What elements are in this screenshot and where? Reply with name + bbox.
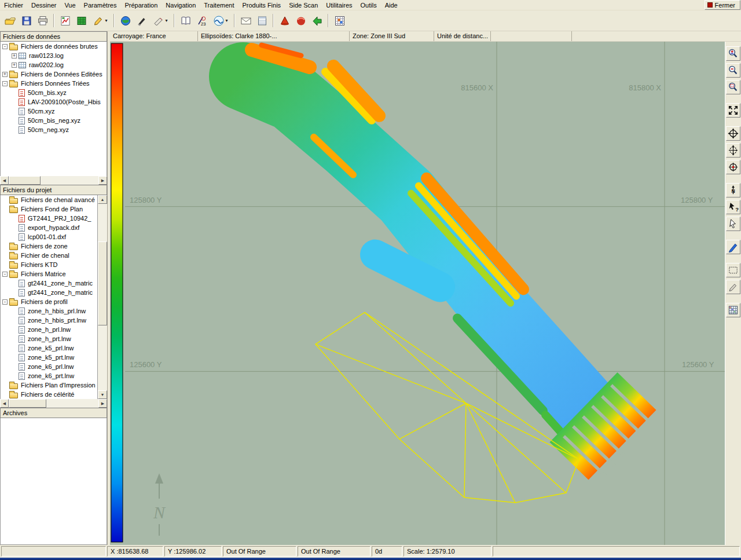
- archives-panel-header[interactable]: Archives: [0, 408, 107, 418]
- book-icon[interactable]: [178, 13, 193, 28]
- scroll-left-icon[interactable]: ◀: [0, 176, 9, 185]
- globe-icon[interactable]: [118, 13, 133, 28]
- chevron-down-icon[interactable]: ▾: [105, 18, 107, 23]
- cutter-icon[interactable]: ▾: [150, 13, 171, 28]
- pen-icon[interactable]: [726, 240, 740, 254]
- sphere-icon[interactable]: [293, 13, 309, 28]
- tree-item-gt2441-zone-h-matric[interactable]: gt2441_zone_h_matric: [1, 279, 97, 288]
- hscroll-track[interactable]: [41, 176, 98, 185]
- matrix-grid-icon[interactable]: [726, 303, 740, 317]
- tree-item-fichiers-fond-de-plan[interactable]: Fichiers Fond de Plan: [1, 204, 97, 214]
- tree-item-fichier-de-chenal[interactable]: Fichier de chenal: [1, 251, 97, 260]
- geodesy-icon[interactable]: 23: [194, 13, 210, 28]
- hscroll-track[interactable]: [46, 399, 98, 408]
- edit-pencil-icon[interactable]: ▾: [90, 13, 111, 28]
- menu-produits-finis[interactable]: Produits Finis: [238, 1, 285, 10]
- menu-side-scan[interactable]: Side Scan: [285, 1, 322, 10]
- north-icon[interactable]: N: [726, 183, 740, 197]
- brush-icon[interactable]: [134, 13, 149, 28]
- map-area[interactable]: N 815600 X 815800 X 125800 Y 125800 Y 12…: [110, 42, 725, 545]
- wave-icon[interactable]: ▾: [210, 13, 231, 28]
- zoom-out-icon[interactable]: [726, 63, 740, 78]
- map-viewport[interactable]: N 815600 X 815800 X 125800 Y 125800 Y 12…: [110, 42, 725, 545]
- menu-vue[interactable]: Vue: [60, 1, 79, 10]
- tree-item-fichiers-ktd[interactable]: Fichiers KTD: [1, 260, 97, 269]
- tree-expander-icon[interactable]: -: [2, 44, 8, 49]
- menu-utilitaires[interactable]: Utilitaires: [322, 1, 356, 10]
- menu-outils[interactable]: Outils: [357, 1, 381, 10]
- tree-item-zone-h-hbis-prl-lnw[interactable]: zone_h_hbis_prl.lnw: [1, 306, 97, 316]
- hscroll-thumb[interactable]: [9, 399, 46, 408]
- zoom-window-icon[interactable]: [726, 80, 740, 94]
- tree-item-lav-2009100-poste-hbis[interactable]: LAV-2009100(Poste_Hbis: [1, 97, 107, 107]
- select-region-icon[interactable]: [726, 263, 740, 277]
- tree-item-fichiers-de-chenal-avanc-[interactable]: Fichiers de chenal avancé: [1, 195, 97, 204]
- tree-item-fichiers-de-zone[interactable]: Fichiers de zone: [1, 241, 97, 251]
- tree-item-zone-h-prt-lnw[interactable]: zone_h_prt.lnw: [1, 334, 97, 343]
- menu-aide[interactable]: Aide: [381, 1, 402, 10]
- project-files-hscrollbar[interactable]: ◀ ▶: [0, 399, 107, 408]
- tree-item-zone-h-hbis-prt-lnw[interactable]: zone_h_hbis_prt.lnw: [1, 316, 97, 325]
- chevron-down-icon[interactable]: ▾: [165, 18, 167, 23]
- pan-alt-icon[interactable]: [726, 143, 740, 158]
- vscroll-thumb[interactable]: [98, 241, 107, 325]
- tree-item-zone-h-prl-lnw[interactable]: zone_h_prl.lnw: [1, 325, 97, 334]
- chevron-down-icon[interactable]: ▾: [225, 18, 228, 23]
- tree-item-50cm-bis-xyz[interactable]: 50cm_bis.xyz: [1, 88, 107, 97]
- tree-item-fichiers-de-donn-es-brutes[interactable]: -Fichiers de données brutes: [1, 42, 107, 51]
- survey-chart-icon[interactable]: [57, 13, 73, 28]
- envelope-icon[interactable]: [238, 13, 254, 28]
- report-table-icon[interactable]: [254, 13, 270, 28]
- tree-item-gt2441-zone-h-matric[interactable]: gt2441_zone_h_matric: [1, 288, 97, 297]
- open-folder-icon[interactable]: [2, 13, 18, 28]
- project-files-vscrollbar[interactable]: ▲ ▼: [98, 195, 107, 399]
- menu-pr-paration[interactable]: Préparation: [120, 1, 162, 10]
- zoom-plusminus-icon[interactable]: [726, 46, 740, 61]
- tree-item-gt2441-prj-10942-[interactable]: GT2441_PRJ_10942_: [1, 214, 97, 223]
- query-pointer-icon[interactable]: ?: [726, 200, 740, 214]
- close-button[interactable]: Fermer: [705, 0, 740, 10]
- tree-item-raw0202-log[interactable]: +raw0202.log: [1, 60, 107, 69]
- menu-traitement[interactable]: Traitement: [200, 1, 238, 10]
- scroll-left-icon[interactable]: ◀: [0, 399, 9, 408]
- hscroll-thumb[interactable]: [9, 176, 41, 185]
- tree-item-zone-k6-prl-lnw[interactable]: zone_k6_prl.lnw: [1, 362, 97, 371]
- tree-expander-icon[interactable]: -: [2, 81, 8, 86]
- tree-item-fichiers-plan-d-impression[interactable]: Fichiers Plan d'Impression: [1, 380, 97, 390]
- tree-expander-icon[interactable]: +: [12, 53, 17, 58]
- matrix-editor-icon[interactable]: [332, 13, 347, 28]
- tree-expander-icon[interactable]: +: [2, 72, 8, 77]
- menu-dessiner[interactable]: Dessiner: [27, 1, 60, 10]
- scroll-right-icon[interactable]: ▶: [98, 176, 107, 185]
- menu-fichier[interactable]: Fichier: [0, 1, 27, 10]
- tree-expander-icon[interactable]: -: [2, 272, 8, 277]
- export-arrow-icon[interactable]: [309, 13, 325, 28]
- scroll-up-icon[interactable]: ▲: [98, 195, 107, 204]
- tree-item-fichiers-de-c-l-rit-[interactable]: Fichiers de célérité: [1, 390, 97, 399]
- cone-icon[interactable]: [277, 13, 292, 28]
- tree-item-zone-k5-prl-lnw[interactable]: zone_k5_prl.lnw: [1, 343, 97, 353]
- tree-item-lcp001-01-dxf[interactable]: lcp001-01.dxf: [1, 232, 97, 241]
- tree-item-export-hypack-dxf[interactable]: export_hypack.dxf: [1, 223, 97, 232]
- tree-item-50cm-neg-xyz[interactable]: 50cm_neg.xyz: [1, 125, 107, 134]
- center-target-icon[interactable]: [726, 160, 740, 174]
- tree-item-raw0123-log[interactable]: +raw0123.log: [1, 51, 107, 60]
- tree-item-fichiers-matrice[interactable]: -Fichiers Matrice: [1, 269, 97, 279]
- tree-item-fichiers-donn-es-tri-es[interactable]: -Fichiers Données Triées: [1, 79, 107, 88]
- tree-expander-icon[interactable]: -: [2, 299, 8, 305]
- zoom-extents-icon[interactable]: [726, 103, 740, 118]
- pencil-icon[interactable]: [726, 280, 740, 294]
- tree-item-50cm-xyz[interactable]: 50cm.xyz: [1, 107, 107, 116]
- tree-expander-icon[interactable]: +: [12, 63, 17, 68]
- data-files-hscrollbar[interactable]: ◀ ▶: [0, 176, 107, 185]
- tree-item-zone-k5-prt-lnw[interactable]: zone_k5_prt.lnw: [1, 353, 97, 362]
- scroll-down-icon[interactable]: ▼: [98, 390, 107, 399]
- print-icon[interactable]: [35, 13, 50, 28]
- vscroll-track[interactable]: [98, 325, 107, 390]
- tree-item-fichiers-de-profil[interactable]: -Fichiers de profil: [1, 297, 97, 306]
- menu-param-tres[interactable]: Paramètres: [80, 1, 121, 10]
- save-icon[interactable]: [19, 13, 34, 28]
- tree-item-fichiers-de-donn-es-edit-es[interactable]: +Fichiers de Données Editées: [1, 69, 107, 79]
- tree-item-50cm-bis-neg-xyz[interactable]: 50cm_bis_neg.xyz: [1, 116, 107, 125]
- scroll-right-icon[interactable]: ▶: [98, 399, 107, 408]
